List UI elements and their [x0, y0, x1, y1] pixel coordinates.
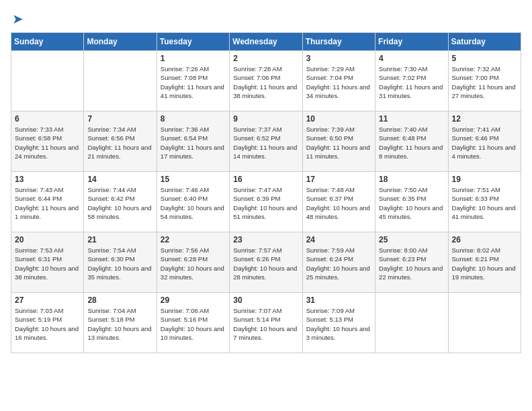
day-info: Sunrise: 7:37 AM Sunset: 6:52 PM Dayligh… — [233, 125, 298, 161]
day-info: Sunrise: 8:02 AM Sunset: 6:21 PM Dayligh… — [452, 246, 517, 281]
day-info: Sunrise: 7:41 AM Sunset: 6:46 PM Dayligh… — [452, 125, 517, 161]
day-info: Sunrise: 7:43 AM Sunset: 6:44 PM Dayligh… — [15, 185, 80, 221]
day-number: 7 — [87, 114, 152, 124]
day-number: 26 — [452, 235, 517, 244]
logo-icon: ➤ — [12, 11, 24, 27]
calendar-cell: 21Sunrise: 7:54 AM Sunset: 6:30 PM Dayli… — [84, 232, 157, 293]
calendar-cell: 31Sunrise: 7:09 AM Sunset: 5:13 PM Dayli… — [302, 293, 375, 353]
calendar-cell: 9Sunrise: 7:37 AM Sunset: 6:52 PM Daylig… — [230, 111, 302, 172]
day-info: Sunrise: 8:00 AM Sunset: 6:23 PM Dayligh… — [379, 246, 444, 281]
weekday-header-saturday: Saturday — [448, 33, 521, 51]
weekday-header-friday: Friday — [375, 33, 448, 51]
day-info: Sunrise: 7:32 AM Sunset: 7:00 PM Dayligh… — [452, 64, 517, 100]
day-number: 10 — [306, 114, 371, 124]
calendar-cell: 16Sunrise: 7:47 AM Sunset: 6:39 PM Dayli… — [230, 172, 302, 232]
day-number: 27 — [15, 295, 80, 305]
day-info: Sunrise: 7:57 AM Sunset: 6:26 PM Dayligh… — [233, 246, 298, 281]
day-number: 18 — [379, 175, 444, 184]
calendar-cell: 10Sunrise: 7:39 AM Sunset: 6:50 PM Dayli… — [302, 111, 375, 172]
day-number: 12 — [452, 114, 517, 124]
day-info: Sunrise: 7:50 AM Sunset: 6:35 PM Dayligh… — [379, 185, 444, 221]
day-info: Sunrise: 7:39 AM Sunset: 6:50 PM Dayligh… — [306, 125, 371, 161]
day-info: Sunrise: 7:44 AM Sunset: 6:42 PM Dayligh… — [87, 185, 152, 221]
calendar-cell: 20Sunrise: 7:53 AM Sunset: 6:31 PM Dayli… — [11, 232, 84, 293]
calendar-cell: 12Sunrise: 7:41 AM Sunset: 6:46 PM Dayli… — [448, 111, 521, 172]
day-info: Sunrise: 7:34 AM Sunset: 6:56 PM Dayligh… — [87, 125, 152, 161]
calendar-cell: 22Sunrise: 7:56 AM Sunset: 6:28 PM Dayli… — [157, 232, 229, 293]
day-number: 11 — [379, 114, 444, 124]
day-number: 6 — [15, 114, 80, 124]
day-number: 21 — [87, 235, 152, 244]
day-number: 3 — [306, 54, 371, 63]
day-number: 8 — [161, 114, 226, 124]
weekday-header-thursday: Thursday — [302, 33, 375, 51]
day-number: 20 — [15, 235, 80, 244]
day-number: 1 — [161, 54, 226, 63]
calendar-cell: 18Sunrise: 7:50 AM Sunset: 6:35 PM Dayli… — [375, 172, 448, 232]
day-info: Sunrise: 7:48 AM Sunset: 6:37 PM Dayligh… — [306, 185, 371, 221]
day-number: 29 — [161, 295, 226, 305]
calendar-cell: 7Sunrise: 7:34 AM Sunset: 6:56 PM Daylig… — [84, 111, 157, 172]
day-info: Sunrise: 7:26 AM Sunset: 7:08 PM Dayligh… — [161, 64, 226, 100]
weekday-header-monday: Monday — [84, 33, 157, 51]
day-number: 24 — [306, 235, 371, 244]
calendar-cell: 11Sunrise: 7:40 AM Sunset: 6:48 PM Dayli… — [375, 111, 448, 172]
day-info: Sunrise: 7:33 AM Sunset: 6:58 PM Dayligh… — [15, 125, 80, 161]
calendar-cell: 3Sunrise: 7:29 AM Sunset: 7:04 PM Daylig… — [302, 51, 375, 111]
day-number: 4 — [379, 54, 444, 63]
weekday-header-tuesday: Tuesday — [157, 33, 229, 51]
page-header: ➤ — [11, 11, 521, 27]
day-info: Sunrise: 7:54 AM Sunset: 6:30 PM Dayligh… — [87, 246, 152, 281]
calendar-cell: 26Sunrise: 8:02 AM Sunset: 6:21 PM Dayli… — [448, 232, 521, 293]
calendar-cell: 27Sunrise: 7:03 AM Sunset: 5:19 PM Dayli… — [11, 293, 84, 353]
day-info: Sunrise: 7:56 AM Sunset: 6:28 PM Dayligh… — [161, 246, 226, 281]
calendar-cell: 25Sunrise: 8:00 AM Sunset: 6:23 PM Dayli… — [375, 232, 448, 293]
day-info: Sunrise: 7:46 AM Sunset: 6:40 PM Dayligh… — [161, 185, 226, 221]
calendar-table: SundayMondayTuesdayWednesdayThursdayFrid… — [11, 32, 521, 353]
day-number: 30 — [233, 295, 298, 305]
day-number: 16 — [233, 175, 298, 184]
day-info: Sunrise: 7:07 AM Sunset: 5:14 PM Dayligh… — [233, 306, 298, 342]
calendar-week-4: 20Sunrise: 7:53 AM Sunset: 6:31 PM Dayli… — [11, 232, 521, 293]
day-info: Sunrise: 7:03 AM Sunset: 5:19 PM Dayligh… — [15, 306, 80, 342]
weekday-header-wednesday: Wednesday — [230, 33, 302, 51]
calendar-cell: 1Sunrise: 7:26 AM Sunset: 7:08 PM Daylig… — [157, 51, 229, 111]
day-info: Sunrise: 7:29 AM Sunset: 7:04 PM Dayligh… — [306, 64, 371, 100]
day-number: 9 — [233, 114, 298, 124]
calendar-week-2: 6Sunrise: 7:33 AM Sunset: 6:58 PM Daylig… — [11, 111, 521, 172]
calendar-cell — [84, 51, 157, 111]
weekday-header-sunday: Sunday — [11, 33, 84, 51]
day-number: 17 — [306, 175, 371, 184]
day-number: 15 — [161, 175, 226, 184]
day-number: 22 — [161, 235, 226, 244]
calendar-cell: 6Sunrise: 7:33 AM Sunset: 6:58 PM Daylig… — [11, 111, 84, 172]
day-number: 25 — [379, 235, 444, 244]
day-number: 19 — [452, 175, 517, 184]
calendar-cell: 5Sunrise: 7:32 AM Sunset: 7:00 PM Daylig… — [448, 51, 521, 111]
day-number: 28 — [87, 295, 152, 305]
day-info: Sunrise: 7:06 AM Sunset: 5:16 PM Dayligh… — [161, 306, 226, 342]
day-number: 2 — [233, 54, 298, 63]
day-info: Sunrise: 7:09 AM Sunset: 5:13 PM Dayligh… — [306, 306, 371, 342]
calendar-cell — [375, 293, 448, 353]
calendar-cell: 19Sunrise: 7:51 AM Sunset: 6:33 PM Dayli… — [448, 172, 521, 232]
day-info: Sunrise: 7:04 AM Sunset: 5:18 PM Dayligh… — [87, 306, 152, 342]
calendar-cell: 28Sunrise: 7:04 AM Sunset: 5:18 PM Dayli… — [84, 293, 157, 353]
weekday-header-row: SundayMondayTuesdayWednesdayThursdayFrid… — [11, 33, 521, 51]
day-number: 13 — [15, 175, 80, 184]
calendar-cell: 15Sunrise: 7:46 AM Sunset: 6:40 PM Dayli… — [157, 172, 229, 232]
calendar-cell — [448, 293, 521, 353]
day-number: 14 — [87, 175, 152, 184]
day-info: Sunrise: 7:59 AM Sunset: 6:24 PM Dayligh… — [306, 246, 371, 281]
day-info: Sunrise: 7:53 AM Sunset: 6:31 PM Dayligh… — [15, 246, 80, 281]
calendar-cell: 13Sunrise: 7:43 AM Sunset: 6:44 PM Dayli… — [11, 172, 84, 232]
calendar-cell: 30Sunrise: 7:07 AM Sunset: 5:14 PM Dayli… — [230, 293, 302, 353]
calendar-cell: 17Sunrise: 7:48 AM Sunset: 6:37 PM Dayli… — [302, 172, 375, 232]
day-number: 31 — [306, 295, 371, 305]
day-info: Sunrise: 7:28 AM Sunset: 7:06 PM Dayligh… — [233, 64, 298, 100]
day-info: Sunrise: 7:47 AM Sunset: 6:39 PM Dayligh… — [233, 185, 298, 221]
day-info: Sunrise: 7:40 AM Sunset: 6:48 PM Dayligh… — [379, 125, 444, 161]
logo: ➤ — [11, 11, 24, 27]
day-number: 23 — [233, 235, 298, 244]
calendar-cell: 23Sunrise: 7:57 AM Sunset: 6:26 PM Dayli… — [230, 232, 302, 293]
